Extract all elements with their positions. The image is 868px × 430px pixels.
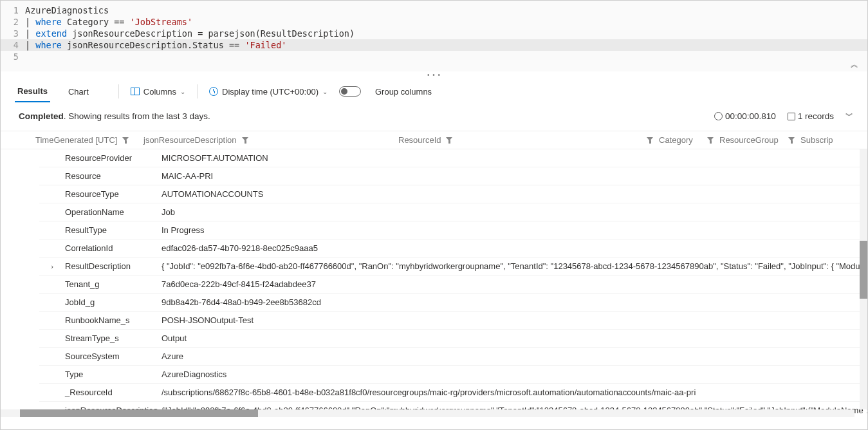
- display-time-label: Display time (UTC+00:00): [222, 87, 319, 97]
- line-number: 5: [7, 51, 25, 62]
- results-detail-pane: ResourceProviderMICROSOFT.AUTOMATIONReso…: [1, 149, 867, 417]
- detail-key: Tenant_g: [65, 279, 162, 289]
- stopwatch-icon: [714, 112, 723, 120]
- detail-row: ›ResultDescription{ "JobId": "e092fb7a-6…: [39, 257, 867, 276]
- detail-row: ResourceProviderMICROSOFT.AUTOMATION: [39, 149, 867, 167]
- chevron-down-icon: ⌄: [180, 88, 185, 95]
- detail-key: ResourceProvider: [65, 153, 162, 163]
- vertical-scrollbar[interactable]: [860, 149, 867, 409]
- detail-value: Output: [162, 333, 867, 343]
- toggle-off-icon: [339, 86, 361, 97]
- results-header-row: TimeGenerated [UTC] jsonResourceDescript…: [1, 131, 867, 149]
- group-columns-label: Group columns: [375, 87, 432, 97]
- tab-results[interactable]: Results: [15, 81, 50, 102]
- elapsed-time: 00:00:00.810: [714, 111, 776, 121]
- detail-key: Type: [65, 369, 162, 379]
- horizontal-scrollbar[interactable]: [1, 409, 854, 417]
- detail-row: OperationNameJob: [39, 203, 867, 221]
- record-count: 1 records: [788, 111, 834, 121]
- scrollbar-thumb[interactable]: [20, 409, 258, 417]
- editor-line[interactable]: 3| extend jsonResourceDescription = pars…: [1, 28, 867, 39]
- detail-row: CorrelationIdedfac026-da57-4b70-9218-8ec…: [39, 239, 867, 257]
- clock-icon: [209, 87, 218, 96]
- resize-handle-icon[interactable]: • • •: [1, 71, 867, 79]
- detail-row: ResultTypeIn Progress: [39, 221, 867, 239]
- col-resourceid[interactable]: ResourceId: [398, 135, 647, 145]
- status-row: Completed. Showing results from the last…: [1, 104, 867, 131]
- editor-line[interactable]: 5: [1, 51, 867, 62]
- detail-value: { "JobId": "e092fb7a-6f6e-4bd0-ab20-ff46…: [162, 261, 867, 271]
- status-message: . Showing results from the last 3 days.: [64, 111, 210, 121]
- detail-key: StreamType_s: [65, 333, 162, 343]
- detail-key: ResultType: [65, 225, 162, 235]
- col-subscription[interactable]: Subscrip: [788, 135, 833, 145]
- detail-value: 9db8a42b-76d4-48a0-b949-2ee8b53682cd: [162, 297, 867, 307]
- chevron-down-icon: ⌄: [322, 88, 328, 95]
- collapse-editor-icon[interactable]: ︽: [851, 59, 858, 70]
- detail-key: SourceSystem: [65, 351, 162, 361]
- detail-row: JobId_g9db8a42b-76d4-48a0-b949-2ee8b5368…: [39, 294, 867, 312]
- detail-row: RunbookName_sPOSH-JSONOutput-Test: [39, 312, 867, 330]
- separator: [118, 84, 119, 98]
- detail-row: TypeAzureDiagnostics: [39, 366, 867, 384]
- col-category[interactable]: Category: [647, 135, 707, 145]
- columns-icon: [131, 88, 140, 95]
- query-editor[interactable]: 1AzureDiagnostics2| where Category == 'J…: [1, 1, 867, 71]
- detail-value: AUTOMATIONACCOUNTS: [162, 189, 867, 199]
- filter-icon[interactable]: [647, 137, 654, 144]
- detail-row: ResourceTypeAUTOMATIONACCOUNTS: [39, 185, 867, 203]
- detail-key: OperationName: [65, 207, 162, 217]
- filter-icon[interactable]: [122, 137, 129, 144]
- detail-value: /subscriptions/68627f8c-65b8-4601-b48e-b…: [162, 388, 867, 397]
- detail-key: ResultDescription: [65, 261, 162, 271]
- filter-icon[interactable]: [707, 137, 714, 144]
- line-number: 3: [7, 28, 25, 39]
- code-content: | extend jsonResourceDescription = parse…: [25, 28, 355, 39]
- detail-value: MAIC-AA-PRI: [162, 171, 867, 181]
- detail-row: ResourceMAIC-AA-PRI: [39, 167, 867, 185]
- editor-line[interactable]: 1AzureDiagnostics: [1, 5, 867, 16]
- tab-chart[interactable]: Chart: [66, 82, 91, 102]
- detail-key: JobId_g: [65, 297, 162, 307]
- separator: [197, 84, 198, 98]
- code-content: | where Category == 'JobStreams': [25, 16, 192, 28]
- columns-button[interactable]: Columns ⌄: [131, 87, 185, 97]
- detail-value: MICROSOFT.AUTOMATION: [162, 153, 867, 163]
- detail-value: 7a6d0eca-222b-49cf-8415-f24adabdee37: [162, 279, 867, 289]
- detail-key: _ResourceId: [65, 388, 162, 397]
- line-number: 4: [7, 39, 25, 51]
- status-completed: Completed: [19, 111, 64, 121]
- code-content: | where jsonResourceDescription.Status =…: [25, 39, 286, 51]
- results-toolbar: Results Chart Columns ⌄ Display time (UT…: [1, 79, 867, 104]
- filter-icon[interactable]: [788, 137, 795, 144]
- detail-key: CorrelationId: [65, 243, 162, 253]
- detail-value: Job: [162, 207, 867, 217]
- detail-value: edfac026-da57-4b70-9218-8ec025c9aaa5: [162, 243, 867, 253]
- editor-line[interactable]: 4| where jsonResourceDescription.Status …: [1, 39, 867, 51]
- editor-line[interactable]: 2| where Category == 'JobStreams': [1, 16, 867, 28]
- detail-value: Azure: [162, 351, 867, 361]
- scrollbar-thumb[interactable]: [860, 241, 867, 299]
- detail-value: In Progress: [162, 225, 867, 235]
- detail-value: POSH-JSONOutput-Test: [162, 315, 867, 325]
- detail-value: AzureDiagnostics: [162, 369, 867, 379]
- expand-row-icon[interactable]: ›: [39, 263, 65, 270]
- expand-down-icon[interactable]: ︾: [845, 111, 853, 122]
- group-columns-toggle[interactable]: Group columns: [339, 86, 432, 97]
- filter-icon[interactable]: [242, 137, 249, 144]
- detail-row: _ResourceId/subscriptions/68627f8c-65b8-…: [39, 384, 867, 402]
- col-jsonresourcedescription[interactable]: jsonResourceDescription: [143, 135, 398, 145]
- detail-row: SourceSystemAzure: [39, 348, 867, 366]
- columns-label: Columns: [143, 87, 176, 97]
- col-resourcegroup[interactable]: ResourceGroup: [707, 135, 788, 145]
- col-timegenerated[interactable]: TimeGenerated [UTC]: [35, 135, 143, 145]
- detail-row: StreamType_sOutput: [39, 330, 867, 348]
- filter-icon[interactable]: [446, 137, 453, 144]
- records-icon: [788, 113, 795, 120]
- display-time-button[interactable]: Display time (UTC+00:00) ⌄: [209, 87, 328, 97]
- line-number: 2: [7, 16, 25, 28]
- code-content: AzureDiagnostics: [25, 5, 109, 16]
- detail-row: Tenant_g7a6d0eca-222b-49cf-8415-f24adabd…: [39, 276, 867, 294]
- detail-key: RunbookName_s: [65, 315, 162, 325]
- line-number: 1: [7, 5, 25, 16]
